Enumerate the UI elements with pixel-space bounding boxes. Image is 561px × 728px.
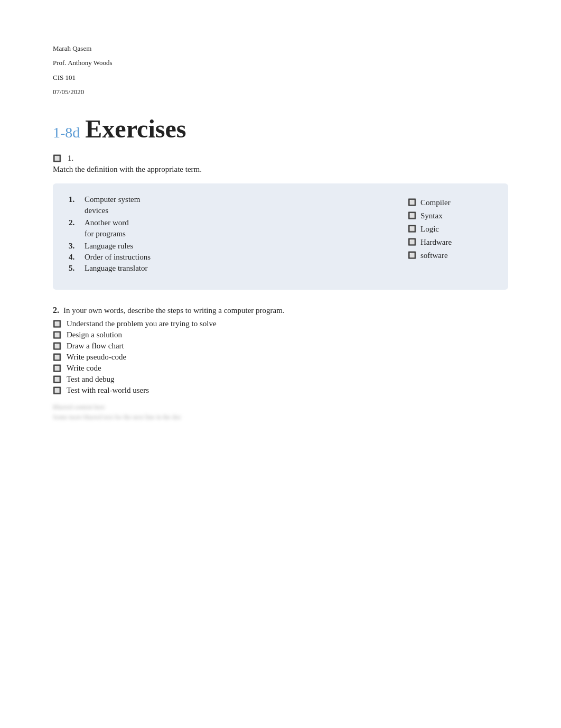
step-bullet-1: 🔲 xyxy=(53,320,61,328)
right-bullet-5: 🔲 xyxy=(408,251,416,260)
step-item-4: 🔲 Write pseudo-code xyxy=(53,353,508,362)
title-main: Exercises xyxy=(85,114,186,143)
step-text-3: Draw a flow chart xyxy=(67,342,124,351)
matching-right-col: 🔲 Compiler 🔲 Syntax 🔲 Logic 🔲 Hardware 🔲… xyxy=(408,195,492,275)
right-bullet-4: 🔲 xyxy=(408,238,416,246)
step-item-7: 🔲 Test with real-world users xyxy=(53,386,508,395)
right-bullet-3: 🔲 xyxy=(408,225,416,233)
step-text-2: Design a solution xyxy=(67,330,122,339)
professor-name: Prof. Anthony Woods xyxy=(53,57,508,69)
step-item-6: 🔲 Test and debug xyxy=(53,375,508,384)
step-text-6: Test and debug xyxy=(67,375,115,384)
right-text-5: software xyxy=(420,251,448,260)
match-row-3: 3. Language rules xyxy=(69,242,376,251)
course-name: CIS 101 xyxy=(53,71,508,84)
match-num-5: 5. xyxy=(69,264,81,273)
step-bullet-2: 🔲 xyxy=(53,331,61,339)
section2-block: 2. In your own words, describe the steps… xyxy=(53,306,508,422)
section2-prompt: In your own words, describe the steps to… xyxy=(63,306,285,315)
section2-header: 2. In your own words, describe the steps… xyxy=(53,306,508,315)
step-text-4: Write pseudo-code xyxy=(67,353,126,362)
match-sub-2: for programs xyxy=(85,229,376,238)
match-text-5: Language translator xyxy=(85,264,148,273)
section1-bullet: 🔲 xyxy=(53,154,61,163)
section2-number: 2. xyxy=(53,306,59,315)
right-item-4: 🔲 Hardware xyxy=(408,238,492,247)
match-text-2: Another word xyxy=(85,218,129,227)
step-item-3: 🔲 Draw a flow chart xyxy=(53,342,508,351)
right-text-3: Logic xyxy=(420,225,439,234)
step-bullet-7: 🔲 xyxy=(53,386,61,395)
right-bullet-1: 🔲 xyxy=(408,198,416,207)
match-text-1: Computer system xyxy=(85,195,140,204)
match-row-4: 4. Order of instructions xyxy=(69,253,376,262)
step-bullet-3: 🔲 xyxy=(53,342,61,351)
step-text-5: Write code xyxy=(67,364,101,373)
date: 07/05/2020 xyxy=(53,86,508,98)
step-item-2: 🔲 Design a solution xyxy=(53,330,508,339)
step-text-1: Understand the problem you are trying to… xyxy=(67,319,217,328)
right-item-3: 🔲 Logic xyxy=(408,225,492,234)
step-item-5: 🔲 Write code xyxy=(53,364,508,373)
author-name: Marah Qasem xyxy=(53,42,508,54)
step-item-1: 🔲 Understand the problem you are trying … xyxy=(53,319,508,328)
section1-instruction: Match the definition with the appropriat… xyxy=(53,165,508,174)
match-row-5: 5. Language translator xyxy=(69,264,376,273)
blurred-line-1: Blurred content here xyxy=(53,402,508,412)
step-bullet-6: 🔲 xyxy=(53,375,61,384)
right-text-1: Compiler xyxy=(420,198,451,207)
right-text-2: Syntax xyxy=(420,211,443,220)
right-item-2: 🔲 Syntax xyxy=(408,211,492,220)
matching-box: 1. Computer system devices 2. Another wo… xyxy=(53,183,508,290)
step-text-7: Test with real-world users xyxy=(67,386,149,395)
match-row-2: 2. Another word xyxy=(69,218,376,227)
match-num-2: 2. xyxy=(69,218,81,227)
right-bullet-2: 🔲 xyxy=(408,211,416,220)
header-block: Marah Qasem Prof. Anthony Woods CIS 101 … xyxy=(53,42,508,98)
match-num-4: 4. xyxy=(69,253,81,262)
match-row-1: 1. Computer system xyxy=(69,195,376,204)
section1-label: 🔲 1. xyxy=(53,154,508,163)
match-text-3: Language rules xyxy=(85,242,133,251)
blurred-line-2: Some more blurred text for the next line… xyxy=(53,412,508,422)
match-sub-1: devices xyxy=(85,206,376,215)
page-title: 1-8d Exercises xyxy=(53,114,508,143)
step-bullet-5: 🔲 xyxy=(53,364,61,373)
section1-number: 1. xyxy=(68,154,73,163)
matching-left-col: 1. Computer system devices 2. Another wo… xyxy=(69,195,376,275)
match-text-4: Order of instructions xyxy=(85,253,151,262)
right-text-4: Hardware xyxy=(420,238,452,247)
right-item-5: 🔲 software xyxy=(408,251,492,260)
steps-list: 🔲 Understand the problem you are trying … xyxy=(53,319,508,395)
match-num-1: 1. xyxy=(69,195,81,204)
blurred-section: Blurred content here Some more blurred t… xyxy=(53,402,508,422)
right-item-1: 🔲 Compiler xyxy=(408,198,492,207)
match-num-3: 3. xyxy=(69,242,81,251)
step-bullet-4: 🔲 xyxy=(53,353,61,362)
title-prefix: 1-8d xyxy=(53,124,80,141)
